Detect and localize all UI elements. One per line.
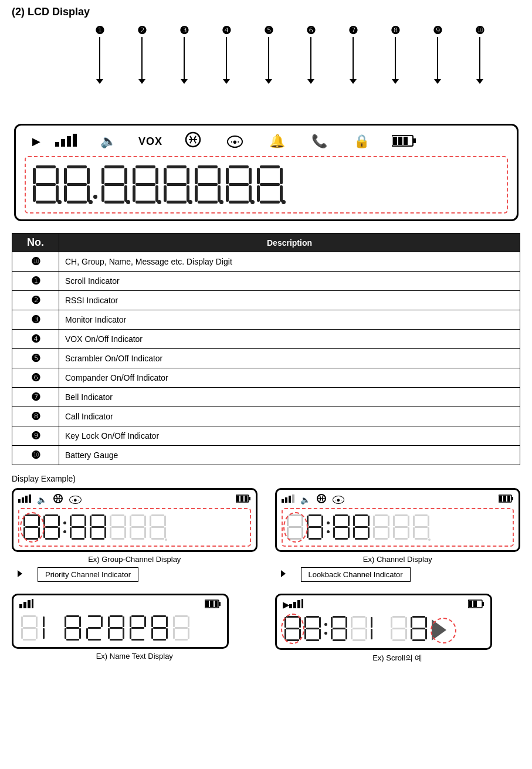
svg-rect-32 (19, 604, 22, 608)
row-no-6: ❻ (12, 368, 59, 388)
svg-rect-19 (240, 496, 243, 502)
digit-6 (193, 164, 222, 205)
example1-arrow-indicator: Priority Channel Indicator (18, 565, 138, 582)
example4-lcd-box: ▶ (275, 594, 492, 650)
example2-arrow (281, 570, 286, 577)
digit-3 (100, 164, 129, 205)
lcd-diagram: ❶ ❷ ❸ ❹ ❺ (14, 24, 519, 221)
svg-rect-40 (215, 601, 218, 607)
row-desc-6: Compander On/Off Indicator (59, 368, 520, 388)
ex1-compander: ·●· (69, 495, 82, 504)
svg-rect-22 (285, 497, 287, 503)
table-row: ❸ Monitor Indicator (12, 310, 520, 330)
example2-digit1-wrapper (285, 514, 305, 541)
example1-icons: 🔈 ·●· (18, 493, 251, 506)
row-desc-4: VOX On/Off Indicator (59, 330, 520, 349)
row-desc-2: RSSI Indicator (59, 291, 520, 310)
row-desc-3: Monitor Indicator (59, 310, 520, 330)
keylock-icon: 🔒 (341, 134, 383, 149)
ex4-scroll-play: ▶ (283, 600, 289, 609)
ex1-battery (236, 494, 251, 504)
svg-rect-30 (503, 496, 506, 502)
svg-rect-10 (18, 499, 21, 503)
svg-rect-8 (398, 137, 402, 145)
ex4-d7 (409, 615, 428, 642)
call-icon: 📞 (299, 134, 341, 149)
row-desc-10: Battery Gauge (59, 446, 520, 465)
row-desc-8: Call Indicator (59, 407, 520, 426)
ex4-colon (323, 613, 329, 645)
svg-rect-23 (289, 496, 291, 503)
svg-rect-48 (473, 601, 477, 607)
example3-lcd-box (12, 594, 229, 649)
svg-rect-12 (25, 496, 28, 503)
scrambler-icon (172, 131, 214, 151)
example1-digit3 (69, 514, 87, 541)
rssi-icon (45, 134, 87, 150)
table-row: ❺ Scrambler On/Off Indicator (12, 349, 520, 368)
example4-digits-row (283, 613, 484, 645)
ex4-scroll-arrow-wrapper (432, 618, 446, 641)
ex3-d7 (150, 615, 169, 642)
table-header-no: No. (12, 233, 59, 252)
example1-digit4 (89, 514, 107, 541)
example-scroll: ▶ (275, 594, 521, 663)
ex3-d1 (20, 615, 39, 642)
indicator-6: ❻ (306, 25, 316, 36)
example1-lcd-box: 🔈 ·●· (12, 488, 257, 552)
ex4-d2 (303, 615, 322, 642)
row-no-10: ❿ (12, 446, 59, 465)
svg-rect-38 (205, 601, 209, 607)
ex3-d2 (42, 615, 60, 642)
row-desc-9: Key Lock On/Off Indicator (59, 426, 520, 446)
table-row: ❻ Compander On/Off Indicator (12, 368, 520, 388)
svg-rect-42 (293, 602, 296, 608)
ex4-battery (468, 599, 484, 610)
lookback-channel-indicator: Lookback Channel Indicator (301, 567, 411, 582)
battery-icon (383, 134, 425, 149)
lcd-icons-row: ▶ 🔈 VOX (25, 131, 508, 151)
ex3-battery (205, 599, 221, 610)
indicator-5: ❺ (264, 25, 273, 36)
svg-rect-7 (393, 137, 397, 145)
svg-rect-1 (61, 139, 65, 147)
example1-digit5 (109, 514, 127, 541)
lcd-outer-box: ❿ ▶ 🔈 VOX (14, 124, 519, 221)
row-no-9: ❾ (12, 426, 59, 446)
example3-icons (19, 599, 221, 610)
examples-title: Display Example) (12, 474, 520, 483)
example2-lcd-box: 🔈 ·●· (275, 488, 521, 552)
indicator-4: ❹ (222, 25, 231, 36)
row-desc-7: Bell Indicator (59, 388, 520, 407)
svg-rect-44 (301, 599, 303, 608)
lcd-digits-area: // will render inline (25, 156, 508, 214)
example1-label: Ex) Group-Channel Display (12, 555, 257, 564)
svg-rect-0 (55, 142, 59, 147)
table-row: ❾ Key Lock On/Off Indicator (12, 426, 520, 446)
svg-rect-33 (23, 602, 26, 608)
svg-rect-41 (289, 604, 292, 608)
svg-rect-47 (469, 601, 472, 607)
table-row: ❿ Battery Gauge (12, 446, 520, 465)
digit-1 (31, 164, 60, 205)
digit-8 (255, 164, 284, 205)
example2-arrow-indicator: Lookback Channel Indicator (281, 565, 411, 582)
indicator-8: ❽ (391, 25, 400, 36)
ex3-d4 (85, 615, 104, 642)
ex4-rssi (289, 599, 303, 610)
svg-rect-13 (29, 494, 31, 503)
description-table: No. Description ❿ CH, Group, Name, Messa… (12, 233, 520, 465)
ex4-d4 (350, 615, 368, 642)
digit-4 (131, 164, 160, 205)
example1-digit6 (128, 514, 147, 541)
row-no-2: ❷ (12, 291, 59, 310)
vox-icon: VOX (130, 135, 172, 148)
ex2-scrambler (316, 493, 327, 506)
row-no-5: ❺ (12, 349, 59, 368)
scroll-icon: ▶ (28, 135, 45, 148)
svg-rect-43 (297, 600, 300, 608)
ex1-scrambler (53, 493, 63, 506)
compander-icon: ·●· (214, 135, 256, 148)
svg-rect-37 (219, 602, 221, 606)
example2-digit7 (412, 514, 431, 541)
